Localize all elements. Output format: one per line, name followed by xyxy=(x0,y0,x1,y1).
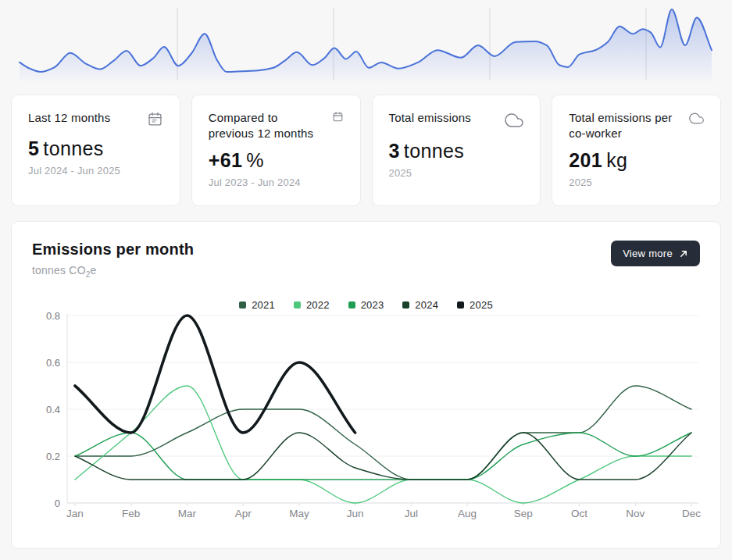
svg-text:0.2: 0.2 xyxy=(46,450,60,462)
legend-label: 2025 xyxy=(470,299,493,311)
legend-label: 2024 xyxy=(415,299,438,311)
sparkline-chart xyxy=(0,0,732,87)
legend-item-2021[interactable]: 2021 xyxy=(239,299,275,311)
svg-text:May: May xyxy=(289,508,309,519)
stat-card-compared-previous: Compared to previous 12 months +61% Jul … xyxy=(191,95,361,206)
legend-item-2022[interactable]: 2022 xyxy=(294,299,330,311)
emissions-per-month-card: Emissions per month tonnes CO2e View mor… xyxy=(11,221,721,549)
stat-card-title: Total emissions xyxy=(389,110,478,126)
svg-text:Oct: Oct xyxy=(571,508,587,519)
legend-swatch xyxy=(457,301,464,309)
stat-card-value: +61% xyxy=(209,149,344,172)
stat-card-period: Jul 2024 - Jun 2025 xyxy=(28,165,163,177)
svg-text:0.4: 0.4 xyxy=(46,403,60,415)
stat-card-period: Jul 2023 - Jun 2024 xyxy=(209,177,344,188)
stat-card-value: 201kg xyxy=(569,149,704,172)
legend-item-2023[interactable]: 2023 xyxy=(348,299,384,311)
chart-subtitle: tonnes CO2e xyxy=(32,264,194,279)
header-sparkline xyxy=(0,0,732,87)
svg-text:Nov: Nov xyxy=(626,508,645,519)
stat-card-total-emissions: Total emissions 3tonnes 2025 xyxy=(372,95,541,206)
svg-text:Aug: Aug xyxy=(458,508,477,519)
arrow-up-right-icon xyxy=(679,249,688,259)
svg-text:0.8: 0.8 xyxy=(46,312,60,322)
stat-card-period: 2025 xyxy=(569,177,704,188)
cloud-icon xyxy=(689,111,704,129)
legend-label: 2021 xyxy=(252,299,275,311)
svg-text:0.6: 0.6 xyxy=(46,356,60,368)
legend-swatch xyxy=(402,301,409,309)
svg-text:Dec: Dec xyxy=(682,508,701,519)
svg-text:Mar: Mar xyxy=(178,508,197,519)
legend-swatch xyxy=(239,301,246,309)
legend-swatch xyxy=(348,301,355,309)
svg-text:Feb: Feb xyxy=(122,508,140,519)
calendar-icon xyxy=(147,111,163,130)
chart-legend: 20212022202320242025 xyxy=(32,299,700,311)
calendar-icon xyxy=(332,111,344,126)
svg-text:Jun: Jun xyxy=(347,508,364,519)
stat-card-last-12-months: Last 12 months 5tonnes Jul 2024 - Jun 20… xyxy=(11,95,180,206)
legend-item-2024[interactable]: 2024 xyxy=(402,299,438,311)
svg-text:Jan: Jan xyxy=(66,508,84,519)
svg-text:Jul: Jul xyxy=(405,508,418,519)
view-more-label: View more xyxy=(623,248,673,259)
stat-card-period: 2025 xyxy=(389,167,524,179)
legend-item-2025[interactable]: 2025 xyxy=(457,299,493,311)
stat-card-value: 3tonnes xyxy=(389,140,524,162)
stat-card-title: Last 12 months xyxy=(28,110,116,126)
legend-swatch xyxy=(294,301,301,309)
svg-text:0: 0 xyxy=(55,497,60,508)
svg-text:Apr: Apr xyxy=(235,508,252,519)
chart-header-text: Emissions per month tonnes CO2e xyxy=(32,241,194,279)
stat-card-value: 5tonnes xyxy=(28,137,163,160)
emissions-line-chart: 00.20.40.60.8JanFebMarAprMayJunJulAugSep… xyxy=(12,312,720,525)
legend-label: 2023 xyxy=(361,299,384,311)
stat-card-title: Compared to previous 12 months xyxy=(209,110,332,142)
svg-text:Sep: Sep xyxy=(514,508,533,519)
cloud-icon xyxy=(505,111,523,133)
stat-card-title: Total emissions per co-worker xyxy=(569,110,689,142)
legend-label: 2022 xyxy=(306,299,330,311)
view-more-button[interactable]: View more xyxy=(611,241,700,266)
stat-card-emissions-per-coworker: Total emissions per co-worker 201kg 2025 xyxy=(552,95,721,206)
chart-title: Emissions per month xyxy=(32,241,194,259)
stat-cards-row: Last 12 months 5tonnes Jul 2024 - Jun 20… xyxy=(11,95,721,206)
